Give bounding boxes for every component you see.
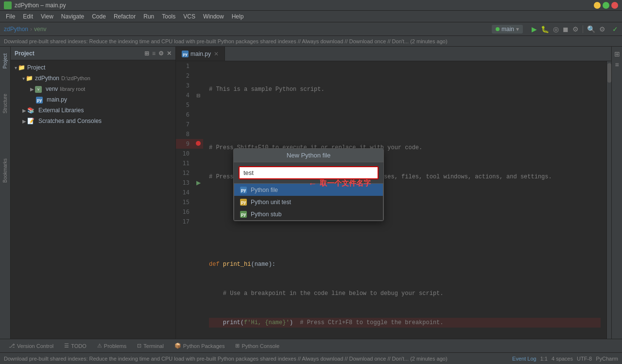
tree-item-zdpython[interactable]: ▾ 📁 zdPython D:\zdPython	[11, 73, 175, 84]
build-button[interactable]: ⚙	[572, 25, 579, 33]
menu-view[interactable]: View	[37, 12, 57, 21]
line-7: 7	[176, 120, 203, 129]
todo-icon: ☰	[64, 343, 69, 349]
project-tree: ▾ 📁 Project ▾ 📁 zdPython D:\zdPython ▶ v…	[11, 60, 175, 339]
run-toolbar: ▶ 🐛 ◎ ◼ ⚙ 🔍 ⚙	[528, 25, 609, 33]
breakpoint-marker	[196, 141, 201, 146]
new-filename-input[interactable]	[239, 166, 379, 179]
debug-button[interactable]: 🐛	[541, 25, 549, 33]
dropdown-label-python-unit-test: Python unit test	[251, 199, 291, 206]
line-9: 9	[176, 139, 203, 149]
vertical-scrollbar[interactable]	[606, 61, 611, 339]
code-line-6	[209, 230, 601, 240]
line-13: 13 ▶	[176, 178, 203, 188]
close-button[interactable]	[611, 2, 618, 9]
menu-vcs[interactable]: VCS	[179, 12, 199, 21]
scratches-icon: 📝	[27, 118, 35, 124]
tree-label-venv: venv	[46, 86, 58, 92]
code-line-9: print(f'Hi, {name}') # Press Ctrl+F8 to …	[209, 318, 601, 328]
tree-item-external[interactable]: ▶ 📚 External Libraries	[11, 105, 175, 116]
structure-tab[interactable]: Structure	[0, 91, 10, 117]
tree-label-zdpython: zdPython	[35, 75, 59, 82]
menu-refactor[interactable]: Refactor	[110, 12, 139, 21]
chevron-down-icon: ▾	[516, 26, 519, 33]
run-button[interactable]: ▶	[532, 25, 537, 33]
menu-edit[interactable]: Edit	[19, 12, 37, 21]
run-config-selector[interactable]: main ▾	[492, 25, 523, 34]
right-sidebar-icon-2[interactable]: ≡	[613, 60, 622, 69]
line-numbers-gutter: 1 2 3 4 ⊟ 5	[176, 61, 203, 339]
chevron-down-icon: ▾	[15, 65, 17, 70]
tab-todo[interactable]: ☰ TODO	[59, 342, 91, 350]
line-numbers: 1 2 3 4 ⊟ 5	[176, 61, 203, 226]
menu-help[interactable]: Help	[228, 12, 248, 21]
code-line-1: # This is a sample Python script.	[209, 85, 601, 94]
line-11: 11	[176, 158, 203, 168]
code-line-8: # Use a breakpoint in the code line belo…	[209, 289, 601, 298]
tree-item-mainpy[interactable]: py main.py	[11, 94, 175, 105]
tree-item-scratches[interactable]: ▶ 📝 Scratches and Consoles	[11, 116, 175, 126]
breadcrumb-venv[interactable]: venv	[34, 26, 46, 33]
tab-version-control[interactable]: ⎇ Version Control	[4, 342, 58, 350]
tab-python-console[interactable]: ⊞ Python Console	[230, 342, 284, 350]
editor-tab-mainpy[interactable]: py main.py ✕	[176, 47, 225, 61]
line-10: 10	[176, 149, 203, 158]
event-log-label[interactable]: Event Log	[512, 356, 536, 362]
dropdown-item-python-stub[interactable]: py Python stub	[234, 208, 383, 220]
external-libs-icon: 📚	[27, 107, 35, 114]
menu-run[interactable]: Run	[139, 12, 158, 21]
collapse-all-icon[interactable]: ≡	[152, 50, 156, 57]
minimize-button[interactable]	[594, 2, 601, 9]
dropdown-label-python-file: Python file	[251, 187, 278, 193]
folder-icon: 📁	[18, 64, 25, 71]
file-type-dropdown: py Python file py Python unit test py Py…	[234, 183, 383, 221]
tab-python-packages[interactable]: 📦 Python Packages	[170, 342, 230, 350]
project-panel-header: Project ⊞ ≡ ⚙ ✕	[11, 47, 175, 60]
line-1: 1	[176, 61, 203, 71]
project-tab[interactable]: Project	[0, 51, 10, 71]
encoding-info: UTF-8	[577, 356, 592, 362]
settings-button[interactable]: ⚙	[599, 25, 605, 33]
tab-problems[interactable]: ⚠ Problems	[92, 342, 131, 350]
window-title: zdPython – main.py	[15, 2, 594, 9]
menu-window[interactable]: Window	[199, 12, 228, 21]
line-12: 12	[176, 168, 203, 178]
show-options-icon[interactable]: ⚙	[158, 50, 164, 57]
problems-icon: ⚠	[97, 343, 102, 349]
breadcrumb-project[interactable]: zdPython	[4, 26, 28, 33]
console-icon: ⊞	[235, 343, 240, 349]
tree-label-zdpython-path: D:\zdPython	[61, 75, 90, 81]
tab-terminal[interactable]: ⊡ Terminal	[132, 342, 169, 350]
dropdown-item-python-file[interactable]: py Python file	[234, 184, 383, 196]
app-icon	[4, 1, 12, 9]
menu-code[interactable]: Code	[88, 12, 110, 21]
menu-tools[interactable]: Tools	[158, 12, 179, 21]
venv-icon: v	[35, 85, 42, 93]
bookmarks-tab[interactable]: Bookmarks	[0, 156, 10, 186]
cursor-position: 1:1	[540, 356, 548, 362]
window-controls	[594, 2, 618, 9]
breadcrumb-bar: zdPython › venv main ▾ ▶ 🐛 ◎ ◼ ⚙ 🔍 ⚙ ✓	[0, 22, 622, 36]
close-panel-icon[interactable]: ✕	[167, 50, 172, 57]
run-status-dot	[496, 27, 500, 31]
line-14: 14	[176, 188, 203, 197]
chevron-down-icon: ▾	[22, 76, 25, 81]
right-sidebar-icon-1[interactable]: ⊞	[613, 50, 622, 58]
line-4: 4 ⊟	[176, 90, 203, 100]
expand-all-icon[interactable]: ⊞	[144, 50, 149, 57]
tree-item-venv[interactable]: ▶ v venv library root	[11, 84, 175, 94]
tab-close-icon[interactable]: ✕	[214, 51, 219, 57]
menu-navigate[interactable]: Navigate	[57, 12, 88, 21]
search-everywhere-button[interactable]: 🔍	[587, 25, 595, 33]
tree-item-project[interactable]: ▾ 📁 Project	[11, 62, 175, 73]
scrollbar-thumb[interactable]	[607, 63, 611, 83]
line-17: 17	[176, 217, 203, 226]
line-3: 3	[176, 81, 203, 90]
menu-file[interactable]: File	[2, 12, 19, 21]
tree-label-project: Project	[27, 64, 45, 71]
dropdown-item-python-unit-test[interactable]: py Python unit test	[234, 196, 383, 208]
stop-button[interactable]: ◼	[563, 25, 569, 33]
maximize-button[interactable]	[603, 2, 609, 9]
run-coverage-button[interactable]: ◎	[553, 25, 559, 33]
project-panel: Project ⊞ ≡ ⚙ ✕ ▾ 📁 Project ▾ 📁 zdPython…	[11, 47, 176, 339]
